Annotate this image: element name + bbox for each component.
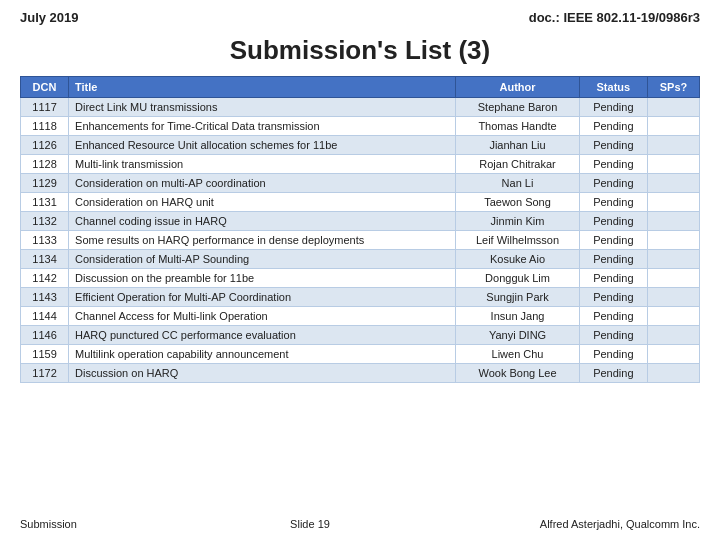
table-row: 1146HARQ punctured CC performance evalua… xyxy=(21,326,700,345)
cell-dcn: 1126 xyxy=(21,136,69,155)
col-header-author: Author xyxy=(456,77,579,98)
footer-left: Submission xyxy=(20,518,100,530)
table-row: 1159Multilink operation capability annou… xyxy=(21,345,700,364)
table-row: 1172Discussion on HARQWook Bong LeePendi… xyxy=(21,364,700,383)
footer-center: Slide 19 xyxy=(100,518,520,530)
cell-title: Consideration of Multi-AP Sounding xyxy=(69,250,456,269)
cell-sps xyxy=(648,212,700,231)
cell-dcn: 1117 xyxy=(21,98,69,117)
cell-author: Sungjin Park xyxy=(456,288,579,307)
col-header-status: Status xyxy=(579,77,647,98)
cell-title: HARQ punctured CC performance evaluation xyxy=(69,326,456,345)
cell-sps xyxy=(648,345,700,364)
table-row: 1142Discussion on the preamble for 11beD… xyxy=(21,269,700,288)
cell-title: Consideration on multi-AP coordination xyxy=(69,174,456,193)
table-row: 1128Multi-link transmissionRojan Chitrak… xyxy=(21,155,700,174)
cell-title: Some results on HARQ performance in dens… xyxy=(69,231,456,250)
cell-author: Wook Bong Lee xyxy=(456,364,579,383)
cell-author: Jinmin Kim xyxy=(456,212,579,231)
table-row: 1118Enhancements for Time-Critical Data … xyxy=(21,117,700,136)
header-right: doc.: IEEE 802.11-19/0986r3 xyxy=(529,10,700,25)
col-header-title: Title xyxy=(69,77,456,98)
cell-author: Yanyi DING xyxy=(456,326,579,345)
header-left: July 2019 xyxy=(20,10,79,25)
cell-status: Pending xyxy=(579,288,647,307)
cell-sps xyxy=(648,326,700,345)
cell-author: Insun Jang xyxy=(456,307,579,326)
cell-title: Efficient Operation for Multi-AP Coordin… xyxy=(69,288,456,307)
cell-sps xyxy=(648,231,700,250)
cell-sps xyxy=(648,98,700,117)
cell-author: Nan Li xyxy=(456,174,579,193)
cell-title: Discussion on HARQ xyxy=(69,364,456,383)
footer-right: Alfred Asterjadhi, Qualcomm Inc. xyxy=(520,518,700,530)
table-row: 1132Channel coding issue in HARQJinmin K… xyxy=(21,212,700,231)
cell-status: Pending xyxy=(579,212,647,231)
cell-status: Pending xyxy=(579,307,647,326)
cell-title: Direct Link MU transmissions xyxy=(69,98,456,117)
cell-sps xyxy=(648,136,700,155)
col-header-dcn: DCN xyxy=(21,77,69,98)
cell-status: Pending xyxy=(579,231,647,250)
table-row: 1131Consideration on HARQ unitTaewon Son… xyxy=(21,193,700,212)
cell-sps xyxy=(648,155,700,174)
cell-title: Discussion on the preamble for 11be xyxy=(69,269,456,288)
cell-sps xyxy=(648,364,700,383)
cell-status: Pending xyxy=(579,269,647,288)
cell-dcn: 1118 xyxy=(21,117,69,136)
cell-dcn: 1142 xyxy=(21,269,69,288)
cell-author: Liwen Chu xyxy=(456,345,579,364)
cell-title: Multi-link transmission xyxy=(69,155,456,174)
cell-author: Jianhan Liu xyxy=(456,136,579,155)
cell-status: Pending xyxy=(579,326,647,345)
cell-author: Rojan Chitrakar xyxy=(456,155,579,174)
cell-dcn: 1172 xyxy=(21,364,69,383)
cell-title: Channel coding issue in HARQ xyxy=(69,212,456,231)
cell-dcn: 1144 xyxy=(21,307,69,326)
cell-sps xyxy=(648,117,700,136)
table-row: 1126Enhanced Resource Unit allocation sc… xyxy=(21,136,700,155)
cell-title: Multilink operation capability announcem… xyxy=(69,345,456,364)
table-row: 1143Efficient Operation for Multi-AP Coo… xyxy=(21,288,700,307)
cell-sps xyxy=(648,174,700,193)
table-row: 1133Some results on HARQ performance in … xyxy=(21,231,700,250)
cell-author: Stephane Baron xyxy=(456,98,579,117)
cell-status: Pending xyxy=(579,174,647,193)
cell-sps xyxy=(648,307,700,326)
cell-status: Pending xyxy=(579,98,647,117)
cell-author: Leif Wilhelmsson xyxy=(456,231,579,250)
table-row: 1117Direct Link MU transmissionsStephane… xyxy=(21,98,700,117)
cell-dcn: 1146 xyxy=(21,326,69,345)
table-row: 1129Consideration on multi-AP coordinati… xyxy=(21,174,700,193)
submissions-table-wrapper: DCN Title Author Status SPs? 1117Direct … xyxy=(0,76,720,383)
cell-sps xyxy=(648,288,700,307)
cell-dcn: 1159 xyxy=(21,345,69,364)
cell-status: Pending xyxy=(579,250,647,269)
table-row: 1144Channel Access for Multi-link Operat… xyxy=(21,307,700,326)
cell-dcn: 1128 xyxy=(21,155,69,174)
cell-author: Taewon Song xyxy=(456,193,579,212)
cell-author: Kosuke Aio xyxy=(456,250,579,269)
table-row: 1134Consideration of Multi-AP SoundingKo… xyxy=(21,250,700,269)
cell-dcn: 1143 xyxy=(21,288,69,307)
cell-status: Pending xyxy=(579,364,647,383)
cell-dcn: 1134 xyxy=(21,250,69,269)
cell-title: Enhancements for Time-Critical Data tran… xyxy=(69,117,456,136)
cell-status: Pending xyxy=(579,193,647,212)
col-header-sps: SPs? xyxy=(648,77,700,98)
cell-dcn: 1131 xyxy=(21,193,69,212)
cell-author: Dongguk Lim xyxy=(456,269,579,288)
cell-status: Pending xyxy=(579,136,647,155)
cell-dcn: 1133 xyxy=(21,231,69,250)
cell-status: Pending xyxy=(579,345,647,364)
cell-sps xyxy=(648,269,700,288)
cell-sps xyxy=(648,250,700,269)
cell-title: Channel Access for Multi-link Operation xyxy=(69,307,456,326)
cell-author: Thomas Handte xyxy=(456,117,579,136)
cell-dcn: 1129 xyxy=(21,174,69,193)
cell-sps xyxy=(648,193,700,212)
page-title: Submission's List (3) xyxy=(0,35,720,66)
cell-status: Pending xyxy=(579,155,647,174)
cell-title: Enhanced Resource Unit allocation scheme… xyxy=(69,136,456,155)
cell-dcn: 1132 xyxy=(21,212,69,231)
